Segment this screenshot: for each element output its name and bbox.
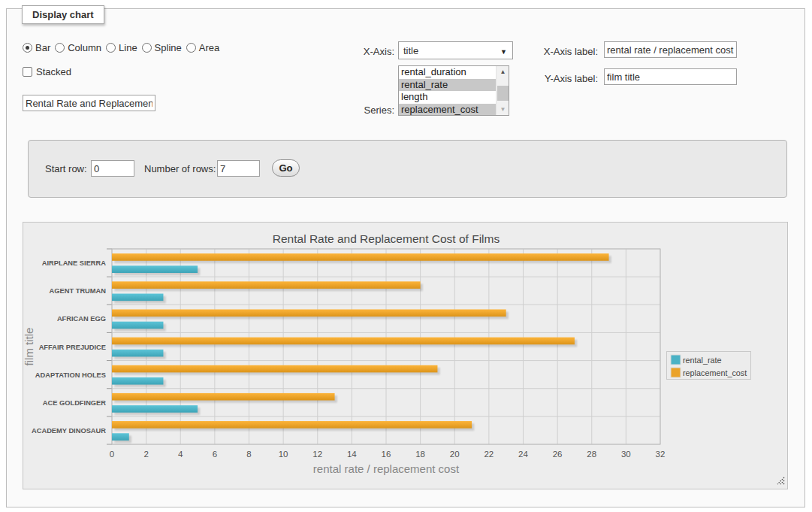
y-axis-label: film title — [23, 328, 35, 366]
series-option-rental-rate[interactable]: rental_rate — [399, 79, 509, 92]
scroll-down-icon[interactable]: ▼ — [497, 104, 509, 115]
series-option-replacement-cost[interactable]: replacement_cost — [399, 104, 509, 117]
scrollbar-thumb[interactable] — [497, 86, 509, 101]
xaxis-caption: X-Axis: — [323, 46, 394, 57]
legend-label-replacement_cost: replacement_cost — [683, 368, 747, 377]
page: Display chart Bar Column Line Spline Are… — [0, 0, 812, 512]
x-tick-label: 6 — [213, 450, 217, 459]
x-tick-label: 32 — [656, 450, 666, 459]
x-tick-label: 10 — [279, 450, 288, 459]
category-label: AIRPLANE SIERRA — [42, 259, 107, 267]
xaxis-select[interactable]: title▼ — [398, 41, 513, 59]
radio-spline[interactable]: Spline — [142, 42, 182, 53]
num-rows-input[interactable] — [217, 160, 260, 177]
stacked-checkbox-row: Stacked — [23, 66, 71, 77]
go-button[interactable]: Go — [272, 159, 300, 177]
bar-rental_rate — [112, 294, 163, 301]
x-tick-label: 12 — [312, 450, 322, 459]
resize-handle-icon[interactable] — [777, 477, 784, 484]
bar-rental_rate — [112, 350, 163, 357]
series-option-rental-duration[interactable]: rental_duration — [399, 66, 509, 79]
x-tick-label: 22 — [484, 450, 494, 459]
xaxis-label-caption: X-Axis label: — [518, 46, 598, 57]
x-tick-label: 16 — [382, 450, 391, 459]
category-label: AFRICAN EGG — [57, 315, 106, 323]
x-axis-label: rental rate / replacement cost — [313, 462, 460, 475]
stacked-checkbox[interactable] — [23, 67, 32, 77]
bar-replacement_cost — [112, 421, 472, 429]
bar-replacement_cost — [112, 338, 575, 345]
category-label: ACADEMY DINOSAUR — [32, 427, 106, 435]
x-tick-label: 14 — [347, 450, 357, 459]
series-option-length[interactable]: length — [399, 91, 509, 104]
bar-replacement_cost — [112, 365, 437, 373]
radio-column-control[interactable] — [55, 43, 65, 53]
category-label: ACE GOLDFINGER — [43, 399, 106, 407]
scroll-up-icon[interactable]: ▲ — [497, 66, 509, 77]
series-multiselect[interactable]: rental_duration rental_rate length repla… — [398, 65, 509, 116]
grip-line[interactable] — [783, 483, 784, 484]
category-label: ADAPTATION HOLES — [35, 371, 106, 379]
legend-label-rental_rate: rental_rate — [683, 356, 722, 365]
x-tick-label: 4 — [178, 450, 183, 459]
legend-swatch-replacement_cost — [671, 368, 681, 377]
x-tick-label: 20 — [450, 450, 460, 459]
pagination-panel — [28, 140, 787, 198]
radio-column[interactable]: Column — [55, 42, 101, 53]
x-tick-label: 30 — [621, 450, 631, 459]
bar-replacement_cost — [112, 281, 421, 289]
xaxis-label-input[interactable] — [604, 41, 737, 58]
series-caption: Series: — [323, 105, 394, 116]
radio-area-control[interactable] — [186, 43, 196, 53]
bar-chart: 02468101214161820222426283032AIRPLANE SI… — [23, 223, 787, 489]
category-label: AFFAIR PREJUDICE — [39, 344, 106, 351]
num-rows-caption: Number of rows: — [144, 163, 216, 174]
bar-replacement_cost — [112, 253, 609, 261]
radio-bar-control[interactable] — [23, 43, 32, 53]
yaxis-label-caption: Y-Axis label: — [518, 73, 598, 84]
bar-replacement_cost — [112, 393, 335, 401]
x-tick-label: 8 — [246, 450, 251, 459]
x-tick-label: 28 — [587, 450, 596, 459]
scrollbar[interactable]: ▲ ▼ — [496, 66, 509, 115]
chart-panel: 02468101214161820222426283032AIRPLANE SI… — [23, 222, 788, 489]
category-label: AGENT TRUMAN — [50, 287, 107, 295]
radio-area[interactable]: Area — [186, 42, 219, 53]
start-row-input[interactable] — [91, 160, 134, 177]
radio-line-control[interactable] — [106, 43, 116, 53]
yaxis-label-input[interactable] — [604, 68, 737, 85]
bar-rental_rate — [112, 265, 198, 273]
x-tick-label: 0 — [110, 450, 114, 459]
bar-replacement_cost — [112, 309, 506, 317]
chart-title-input[interactable] — [23, 95, 155, 111]
bar-rental_rate — [112, 322, 163, 329]
chart-title: Rental Rate and Replacement Cost of Film… — [273, 232, 500, 245]
select-arrow-icon: ▼ — [500, 48, 507, 56]
radio-line[interactable]: Line — [106, 42, 137, 53]
start-row-caption: Start row: — [45, 163, 87, 174]
x-tick-label: 18 — [415, 450, 425, 459]
x-tick-label: 24 — [518, 450, 528, 459]
chart-type-radio-group: Bar Column Line Spline Area — [23, 42, 224, 53]
x-tick-label: 26 — [553, 450, 563, 459]
radio-spline-control[interactable] — [142, 43, 152, 53]
bar-rental_rate — [112, 405, 198, 413]
bar-rental_rate — [112, 377, 163, 385]
fieldset-legend: Display chart — [22, 5, 104, 24]
radio-bar[interactable]: Bar — [23, 42, 50, 53]
x-tick-label: 2 — [143, 450, 148, 459]
bar-rental_rate — [112, 433, 129, 441]
legend-swatch-rental_rate — [671, 355, 681, 365]
